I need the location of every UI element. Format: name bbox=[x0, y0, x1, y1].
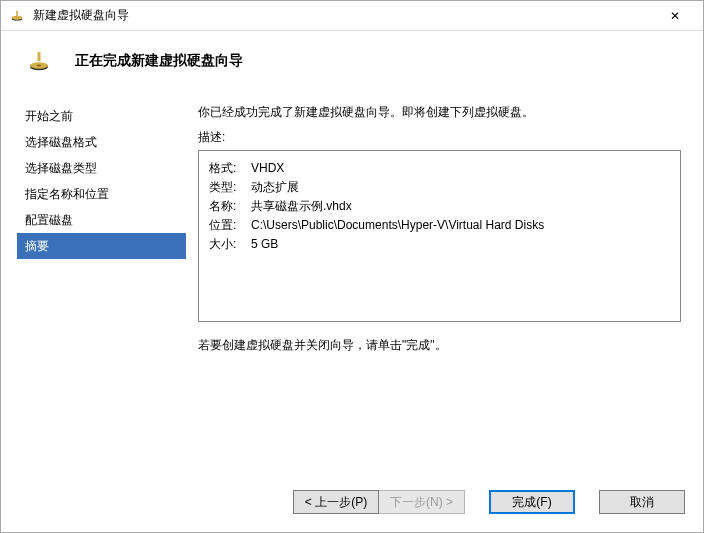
wizard-steps: 开始之前 选择磁盘格式 选择磁盘类型 指定名称和位置 配置磁盘 摘要 bbox=[1, 95, 186, 476]
summary-value: 5 GB bbox=[251, 235, 278, 254]
summary-row-format: 格式: VHDX bbox=[209, 159, 670, 178]
summary-row-location: 位置: C:\Users\Public\Documents\Hyper-V\Vi… bbox=[209, 216, 670, 235]
summary-key: 类型: bbox=[209, 178, 251, 197]
step-disk-type[interactable]: 选择磁盘类型 bbox=[17, 155, 186, 181]
closing-text: 若要创建虚拟硬盘并关闭向导，请单击"完成"。 bbox=[198, 336, 681, 354]
svg-rect-2 bbox=[16, 10, 18, 15]
summary-row-name: 名称: 共享磁盘示例.vhdx bbox=[209, 197, 670, 216]
summary-value: VHDX bbox=[251, 159, 284, 178]
summary-value: 共享磁盘示例.vhdx bbox=[251, 197, 352, 216]
wizard-header: 正在完成新建虚拟硬盘向导 bbox=[1, 31, 703, 95]
intro-text: 你已经成功完成了新建虚拟硬盘向导。即将创建下列虚拟硬盘。 bbox=[198, 103, 681, 121]
titlebar: 新建虚拟硬盘向导 ✕ bbox=[1, 1, 703, 31]
svg-point-1 bbox=[12, 15, 23, 19]
close-icon: ✕ bbox=[670, 9, 680, 23]
disk-wizard-icon bbox=[25, 47, 53, 75]
summary-value: C:\Users\Public\Documents\Hyper-V\Virtua… bbox=[251, 216, 544, 235]
svg-rect-6 bbox=[38, 52, 41, 61]
summary-key: 大小: bbox=[209, 235, 251, 254]
button-bar: < 上一步(P) 下一步(N) > 完成(F) 取消 bbox=[1, 476, 703, 532]
description-label: 描述: bbox=[198, 129, 681, 146]
page-title: 正在完成新建虚拟硬盘向导 bbox=[75, 52, 243, 70]
nav-button-group: < 上一步(P) 下一步(N) > bbox=[293, 490, 465, 514]
next-button: 下一步(N) > bbox=[379, 490, 465, 514]
svg-point-5 bbox=[37, 65, 41, 67]
window-title: 新建虚拟硬盘向导 bbox=[33, 7, 655, 24]
summary-row-type: 类型: 动态扩展 bbox=[209, 178, 670, 197]
step-name-location[interactable]: 指定名称和位置 bbox=[17, 181, 186, 207]
close-button[interactable]: ✕ bbox=[655, 2, 695, 30]
cancel-button[interactable]: 取消 bbox=[599, 490, 685, 514]
summary-row-size: 大小: 5 GB bbox=[209, 235, 670, 254]
step-before-begin[interactable]: 开始之前 bbox=[17, 103, 186, 129]
wizard-body: 开始之前 选择磁盘格式 选择磁盘类型 指定名称和位置 配置磁盘 摘要 你已经成功… bbox=[1, 95, 703, 476]
content-pane: 你已经成功完成了新建虚拟硬盘向导。即将创建下列虚拟硬盘。 描述: 格式: VHD… bbox=[186, 95, 703, 476]
step-summary[interactable]: 摘要 bbox=[17, 233, 186, 259]
finish-button[interactable]: 完成(F) bbox=[489, 490, 575, 514]
disk-wizard-icon bbox=[9, 8, 25, 24]
step-configure-disk[interactable]: 配置磁盘 bbox=[17, 207, 186, 233]
summary-key: 格式: bbox=[209, 159, 251, 178]
summary-box: 格式: VHDX 类型: 动态扩展 名称: 共享磁盘示例.vhdx 位置: C:… bbox=[198, 150, 681, 322]
summary-key: 位置: bbox=[209, 216, 251, 235]
summary-value: 动态扩展 bbox=[251, 178, 299, 197]
summary-key: 名称: bbox=[209, 197, 251, 216]
step-disk-format[interactable]: 选择磁盘格式 bbox=[17, 129, 186, 155]
previous-button[interactable]: < 上一步(P) bbox=[293, 490, 379, 514]
